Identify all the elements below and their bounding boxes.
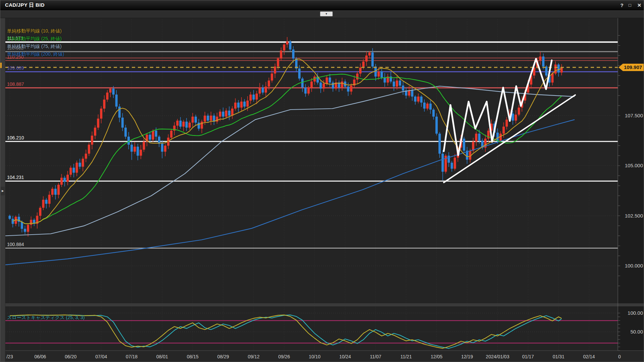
date-axis-label: 07/18 (126, 354, 138, 359)
current-price-badge: 109.907 (619, 64, 644, 71)
price-axis-label: 105.000 (625, 163, 643, 168)
date-axis-label: 08/29 (217, 354, 229, 359)
toolbar-collapse-button[interactable]: ▼ (320, 11, 333, 16)
price-axis-label: 107.500 (625, 113, 643, 118)
date-axis-label: 08/15 (187, 354, 199, 359)
chart-window: CAD/JPY 日 BID ? □ ✕ ▼ ▶ 110.000107.50010… (0, 0, 644, 362)
price-axis-label: 100.000 (625, 263, 643, 268)
date-axis-label: 08/01 (156, 354, 168, 359)
toolbar: ▼ (0, 10, 644, 18)
legend-item-ma: 単純移動平均線 (200, 終値) (7, 50, 64, 58)
date-axis-label: 09/26 (278, 354, 290, 359)
date-axis-label: 2024/01/03 (486, 354, 509, 359)
date-axis-label: 0 (618, 354, 621, 359)
date-axis-label: 10/10 (309, 354, 320, 359)
drawing-anchor-marker (0, 63, 2, 68)
price-line-label: 109.689 (7, 65, 24, 71)
date-axis-label: /23 (6, 354, 13, 359)
price-axis-label: 102.500 (625, 213, 643, 219)
date-axis-label: 06/06 (34, 354, 46, 359)
title-bar[interactable]: CAD/JPY 日 BID ? □ ✕ (0, 0, 644, 11)
price-chart[interactable]: 110.000107.500105.000102.500100.000100.0… (0, 0, 644, 362)
date-axis-label: 12/05 (431, 354, 442, 359)
side-strip: ▶ (0, 18, 5, 362)
close-icon[interactable]: ✕ (636, 2, 643, 9)
panel-expander-button[interactable]: ▶ (1, 187, 5, 195)
chevron-right-icon: ▶ (2, 189, 4, 192)
legend-item-ma: 単純移動平均線 (75, 終値) (7, 43, 64, 50)
stoch-axis-label: 100.00 (628, 310, 643, 316)
date-axis-label: 09/12 (248, 354, 260, 359)
maximize-icon[interactable]: □ (626, 2, 634, 9)
help-icon[interactable]: ? (618, 2, 626, 9)
stochastic-legend: スローストキャスティクス (25, 3, 3) (7, 315, 85, 321)
date-axis-label: 01/31 (553, 354, 565, 359)
date-axis-label: 10/24 (339, 354, 351, 359)
date-axis-label: 11/21 (400, 354, 412, 359)
date-axis-label: 02/14 (583, 354, 595, 359)
price-line-label: 100.884 (7, 242, 24, 247)
current-price-value: 109.907 (624, 64, 642, 70)
price-line-label: 104.231 (7, 175, 24, 180)
stoch-axis-label: 50.00 (630, 329, 643, 335)
legend-item-ma: 単純移動平均線 (10, 終値) (7, 27, 64, 35)
legend-item-ma: 単純移動平均線 (25, 終値) (7, 35, 64, 43)
indicator-legend: 単純移動平均線 (10, 終値)単純移動平均線 (25, 終値)単純移動平均線 … (7, 27, 64, 58)
date-axis-label: 06/20 (65, 354, 76, 359)
chevron-down-icon: ▼ (325, 12, 328, 15)
pane-splitter[interactable] (0, 304, 644, 306)
date-axis-label: 01/17 (522, 354, 534, 359)
price-line-label: 108.887 (7, 81, 24, 87)
date-axis-label: 07/04 (95, 354, 107, 359)
date-axis-label: 12/19 (461, 354, 473, 359)
price-line-label: 106.210 (7, 135, 24, 140)
window-title: CAD/JPY 日 BID (5, 2, 45, 8)
date-axis-label: 11/07 (370, 354, 381, 359)
